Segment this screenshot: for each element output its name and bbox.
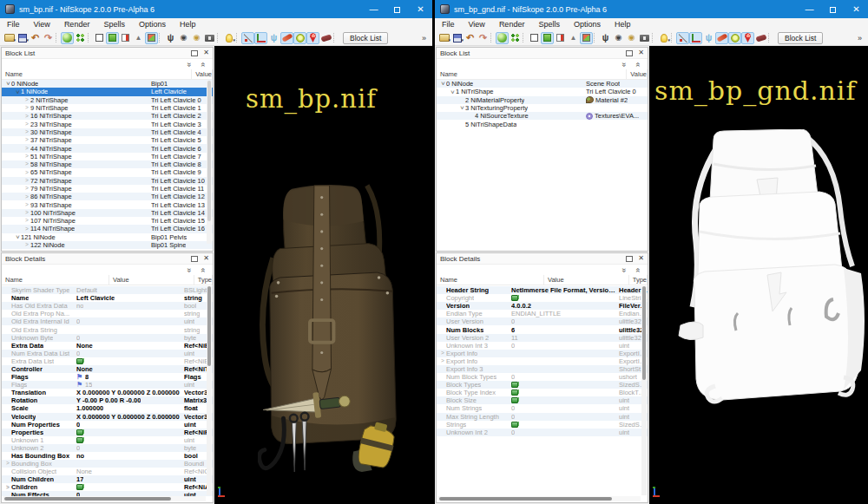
solid-view-button[interactable] <box>106 32 119 44</box>
column-header[interactable]: Name <box>2 69 192 79</box>
toolbar-overflow-icon[interactable]: » <box>858 34 862 43</box>
block-detail-row[interactable]: Rotation Y -0.00 P 0.00 R -0.00 Matrix3 <box>2 396 213 404</box>
render-viewport[interactable]: sm_bp.nif <box>214 46 432 504</box>
menu-item[interactable]: Help <box>173 20 203 29</box>
block-detail-row[interactable]: Endian Type ENDIAN_LITTLE EndianTyp <box>437 310 648 317</box>
block-detail-row[interactable]: Strings SizedStrin <box>437 421 648 429</box>
expander-icon[interactable] <box>23 194 30 200</box>
expander-icon[interactable] <box>458 105 465 111</box>
show-footprint-button[interactable] <box>741 32 754 44</box>
block-detail-row[interactable]: Old Extra Internal Id 0 uint <box>2 317 213 325</box>
menu-item[interactable]: Spells <box>96 20 132 29</box>
block-detail-row[interactable]: Export Info ExportInfo <box>437 350 648 357</box>
redo-button[interactable]: ↷ <box>477 32 490 44</box>
show-footprint-button[interactable] <box>306 32 319 44</box>
vertical-scrollbar[interactable] <box>207 81 212 244</box>
block-detail-row[interactable]: Block Type Index BlockType <box>437 389 648 396</box>
column-header[interactable]: Type <box>194 275 213 285</box>
block-list-row[interactable]: 2 NiTriShape Tri Left Clavicle 0 <box>2 96 213 104</box>
block-list-row[interactable]: 2 NiMaterialProperty Material #2 <box>437 96 648 104</box>
expander-icon[interactable] <box>449 89 456 95</box>
menu-item[interactable]: Spells <box>531 20 567 29</box>
expander-icon[interactable] <box>4 485 11 491</box>
block-detail-row[interactable]: Export Info 3 ShortStrin <box>437 365 648 373</box>
menu-item[interactable]: Options <box>567 20 608 29</box>
show-axes-button[interactable] <box>689 32 702 44</box>
float-panel-icon[interactable] <box>191 50 198 56</box>
expander-icon[interactable] <box>23 186 30 192</box>
float-panel-icon[interactable] <box>626 50 633 56</box>
expander-icon[interactable] <box>23 97 30 103</box>
collapse-all-icon[interactable]: » <box>186 62 192 66</box>
block-detail-row[interactable]: User Version 0 ulittle32 <box>437 317 648 325</box>
block-list-row[interactable]: 65 NiTriShape Tri Left Clavicle 9 <box>2 168 213 176</box>
show-vertices-button[interactable] <box>241 32 254 44</box>
show-bones-button[interactable] <box>280 32 293 44</box>
show-havok-button[interactable] <box>319 32 332 44</box>
minimize-button[interactable]: — <box>362 0 385 18</box>
column-header[interactable]: Value <box>627 69 648 79</box>
show-hidden-button[interactable]: ◉ <box>625 32 638 44</box>
menu-item[interactable]: Help <box>608 20 638 29</box>
title-bar[interactable]: sm_bp.nif - NifSkope 2.0.0 Pre-Alpha 6 —… <box>0 0 432 18</box>
block-detail-row[interactable]: Children Ref<NiA <box>2 483 213 491</box>
menu-item[interactable]: Render <box>57 20 97 29</box>
expander-icon[interactable] <box>23 154 30 160</box>
close-button[interactable]: ✕ <box>845 0 868 18</box>
scrollbar-thumb[interactable] <box>439 497 612 501</box>
column-header[interactable]: Type <box>629 275 648 285</box>
close-panel-icon[interactable]: ✕ <box>203 49 209 56</box>
collapse-all-icon[interactable]: » <box>186 267 192 272</box>
animation-button[interactable] <box>509 32 522 44</box>
expander-icon[interactable] <box>439 81 446 87</box>
block-detail-row[interactable]: Export Info ExportInfo <box>437 357 648 365</box>
block-list-row[interactable]: 16 NiTriShape Tri Left Clavicle 2 <box>2 112 213 120</box>
block-detail-row[interactable]: Translation X 0.000000 Y 0.000000 Z 0.00… <box>2 389 213 396</box>
expander-icon[interactable] <box>4 81 11 87</box>
block-detail-row[interactable]: Block Types SizedStrin <box>437 381 648 389</box>
expander-icon[interactable] <box>23 226 30 232</box>
block-list-row[interactable]: 51 NiTriShape Tri Left Clavicle 7 <box>2 153 213 160</box>
block-detail-row[interactable]: Bounding Box Boundi <box>2 460 213 468</box>
show-vertices-button[interactable] <box>676 32 689 44</box>
block-detail-row[interactable]: Velocity X 0.000000 Y 0.000000 Z 0.00000… <box>2 413 213 421</box>
expander-icon[interactable] <box>23 121 30 128</box>
wireframe-view-button[interactable] <box>93 32 106 44</box>
show-axes-button[interactable] <box>254 32 267 44</box>
collapse-all-icon[interactable]: » <box>621 62 627 66</box>
block-detail-row[interactable]: Extra Data None Ref<NiE <box>2 342 213 350</box>
show-furniture-button[interactable] <box>728 32 741 44</box>
maximize-button[interactable] <box>821 0 845 18</box>
block-list-row[interactable]: 23 NiTriShape Tri Left Clavicle 3 <box>2 120 213 128</box>
close-panel-icon[interactable]: ✕ <box>638 49 644 56</box>
textured-view-button[interactable] <box>580 32 593 44</box>
render-viewport[interactable]: sm_bp_gnd.nif <box>649 46 868 504</box>
expander-icon[interactable] <box>23 105 30 111</box>
expander-icon[interactable] <box>23 146 30 152</box>
block-detail-row[interactable]: Flags 15 uint <box>2 381 213 389</box>
block-list-toolbar-button[interactable]: Block List <box>343 32 388 44</box>
block-list-row[interactable]: 1 NiTriShape Tri Left Clavicle 0 <box>437 88 648 95</box>
block-detail-row[interactable]: Properties Ref<NiP <box>2 429 213 436</box>
save-button[interactable] <box>450 32 464 44</box>
column-header[interactable]: Name <box>2 275 109 285</box>
block-detail-row[interactable]: Block Size uint <box>437 396 648 404</box>
block-detail-row[interactable]: Collision Object None Ref<NiC <box>2 468 213 475</box>
expander-icon[interactable] <box>23 242 30 248</box>
expand-all-icon[interactable]: « <box>200 267 206 272</box>
menu-item[interactable]: Render <box>492 20 532 29</box>
close-button[interactable]: ✕ <box>409 0 432 18</box>
block-detail-row[interactable]: Has Bounding Box no bool <box>2 452 213 460</box>
block-list-row[interactable]: 107 NiTriShape Tri Left Clavicle 15 <box>2 217 213 225</box>
scrollbar-thumb[interactable] <box>4 497 171 501</box>
wireframe-view-button[interactable] <box>528 32 541 44</box>
column-header[interactable]: Name <box>437 69 627 79</box>
block-detail-row[interactable]: Num Strings 0 uint <box>437 404 648 412</box>
float-panel-icon[interactable] <box>626 256 633 262</box>
block-list-row[interactable]: 72 NiTriShape Tri Left Clavicle 10 <box>2 177 213 185</box>
horizontal-scrollbar[interactable] <box>3 496 206 501</box>
expand-all-icon[interactable]: « <box>635 267 641 272</box>
column-header[interactable]: Value <box>109 275 194 285</box>
expand-all-icon[interactable]: « <box>200 62 206 66</box>
toolbar-overflow-icon[interactable]: » <box>422 34 426 43</box>
